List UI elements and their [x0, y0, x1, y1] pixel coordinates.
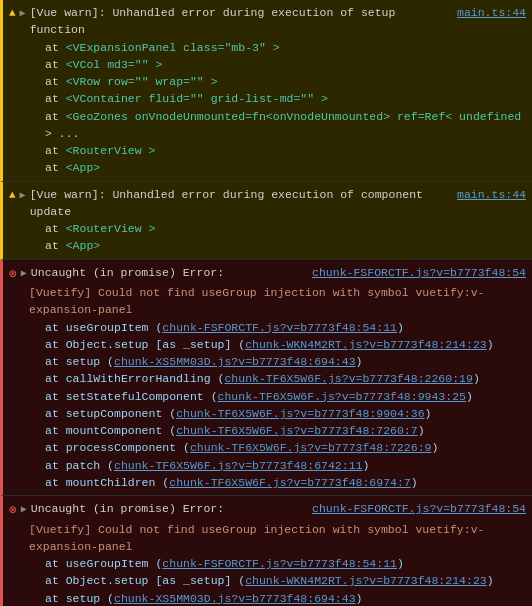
expand-arrow-2[interactable]: ▶ — [20, 188, 26, 203]
stack-line: at <RouterView > — [29, 142, 526, 159]
error-message-1: Uncaught (in promise) Error: — [31, 264, 304, 281]
stack-line: at patch (chunk-TF6X5W6F.js?v=b7773f48:6… — [29, 457, 526, 474]
warn-message-1: [Vue warn]: Unhandled error during execu… — [30, 4, 449, 39]
stack-line: at useGroupItem (chunk-FSFORCTF.js?v=b77… — [29, 555, 526, 572]
stack-link[interactable]: chunk-TF6X5W6F.js?v=b7773f48:2260:19 — [224, 372, 472, 385]
log-entry-warn-1: ▲ ▶ [Vue warn]: Unhandled error during e… — [0, 0, 532, 182]
vuetify-message-1: [Vuetify] Could not find useGroup inject… — [9, 284, 526, 319]
error-icon-1: ⊗ — [9, 265, 17, 285]
stack-line: at mountComponent (chunk-TF6X5W6F.js?v=b… — [29, 422, 526, 439]
log-header-1: ▲ ▶ [Vue warn]: Unhandled error during e… — [9, 4, 526, 39]
stack-line: at setupComponent (chunk-TF6X5W6F.js?v=b… — [29, 405, 526, 422]
error-stack-2: at useGroupItem (chunk-FSFORCTF.js?v=b77… — [9, 555, 526, 606]
stack-line: at <VCol md3="" > — [29, 56, 526, 73]
log-entry-warn-2: ▲ ▶ [Vue warn]: Unhandled error during e… — [0, 182, 532, 260]
stack-line: at <App> — [29, 237, 526, 254]
stack-line: at <GeoZones onVnodeUnmounted=fn<onVnode… — [29, 108, 526, 125]
stack-line: at setStatefulComponent (chunk-TF6X5W6F.… — [29, 388, 526, 405]
stack-line: at Object.setup [as _setup] (chunk-WKN4M… — [29, 572, 526, 589]
stack-line: at <VContainer fluid="" grid-list-md="" … — [29, 90, 526, 107]
log-header-4: ⊗ ▶ Uncaught (in promise) Error: chunk-F… — [9, 500, 526, 521]
error-icon-2: ⊗ — [9, 501, 17, 521]
stack-line: > ... — [29, 125, 526, 142]
log-header-3: ⊗ ▶ Uncaught (in promise) Error: chunk-F… — [9, 264, 526, 285]
log-entry-error-2: ⊗ ▶ Uncaught (in promise) Error: chunk-F… — [0, 496, 532, 606]
stack-line: at processComponent (chunk-TF6X5W6F.js?v… — [29, 439, 526, 456]
stack-line: at <VRow row="" wrap="" > — [29, 73, 526, 90]
stack-line: at callWithErrorHandling (chunk-TF6X5W6F… — [29, 370, 526, 387]
warn-link-2[interactable]: main.ts:44 — [457, 186, 526, 203]
log-entry-error-1: ⊗ ▶ Uncaught (in promise) Error: chunk-F… — [0, 260, 532, 497]
stack-link[interactable]: chunk-WKN4M2RT.js?v=b7773f48:214:23 — [245, 338, 487, 351]
expand-arrow-3[interactable]: ▶ — [21, 266, 27, 281]
stack-link[interactable]: chunk-TF6X5W6F.js?v=b7773f48:9904:36 — [176, 407, 424, 420]
stack-link[interactable]: chunk-WKN4M2RT.js?v=b7773f48:214:23 — [245, 574, 487, 587]
warn-link-1[interactable]: main.ts:44 — [457, 4, 526, 21]
stack-link[interactable]: chunk-FSFORCTF.js?v=b7773f48:54:11 — [162, 321, 397, 334]
error-stack-1: at useGroupItem (chunk-FSFORCTF.js?v=b77… — [9, 319, 526, 492]
stack-line: at <VExpansionPanel class="mb-3" > — [29, 39, 526, 56]
stack-line: at <App> — [29, 159, 526, 176]
stack-link[interactable]: chunk-XS5MM03D.js?v=b7773f48:694:43 — [114, 355, 356, 368]
warn-message-2: [Vue warn]: Unhandled error during execu… — [30, 186, 449, 221]
stack-line: at setup (chunk-XS5MM03D.js?v=b7773f48:6… — [29, 353, 526, 370]
expand-arrow-1[interactable]: ▶ — [20, 6, 26, 21]
log-container: ▲ ▶ [Vue warn]: Unhandled error during e… — [0, 0, 532, 606]
stack-link[interactable]: chunk-FSFORCTF.js?v=b7773f48:54:11 — [162, 557, 397, 570]
stack-line: at <RouterView > — [29, 220, 526, 237]
error-link-1[interactable]: chunk-FSFORCTF.js?v=b7773f48:54 — [312, 264, 526, 281]
expand-arrow-4[interactable]: ▶ — [21, 502, 27, 517]
stack-link[interactable]: chunk-XS5MM03D.js?v=b7773f48:694:43 — [114, 592, 356, 605]
error-message-2: Uncaught (in promise) Error: — [31, 500, 304, 517]
stack-link[interactable]: chunk-TF6X5W6F.js?v=b7773f48:6742:11 — [114, 459, 362, 472]
warn-icon-2: ▲ — [9, 187, 16, 204]
stack-line: at useGroupItem (chunk-FSFORCTF.js?v=b77… — [29, 319, 526, 336]
stack-line: at setup (chunk-XS5MM03D.js?v=b7773f48:6… — [29, 590, 526, 607]
warn-stack-1: at <VExpansionPanel class="mb-3" > at <V… — [9, 39, 526, 177]
log-header-2: ▲ ▶ [Vue warn]: Unhandled error during e… — [9, 186, 526, 221]
vuetify-message-2: [Vuetify] Could not find useGroup inject… — [9, 521, 526, 556]
stack-link[interactable]: chunk-TF6X5W6F.js?v=b7773f48:6974:7 — [169, 476, 411, 489]
stack-link[interactable]: chunk-TF6X5W6F.js?v=b7773f48:7226:9 — [190, 441, 432, 454]
error-link-2[interactable]: chunk-FSFORCTF.js?v=b7773f48:54 — [312, 500, 526, 517]
stack-line: at Object.setup [as _setup] (chunk-WKN4M… — [29, 336, 526, 353]
stack-link[interactable]: chunk-TF6X5W6F.js?v=b7773f48:9943:25 — [218, 390, 466, 403]
warn-icon-1: ▲ — [9, 5, 16, 22]
stack-link[interactable]: chunk-TF6X5W6F.js?v=b7773f48:7260:7 — [176, 424, 418, 437]
warn-stack-2: at <RouterView > at <App> — [9, 220, 526, 255]
stack-line: at mountChildren (chunk-TF6X5W6F.js?v=b7… — [29, 474, 526, 491]
